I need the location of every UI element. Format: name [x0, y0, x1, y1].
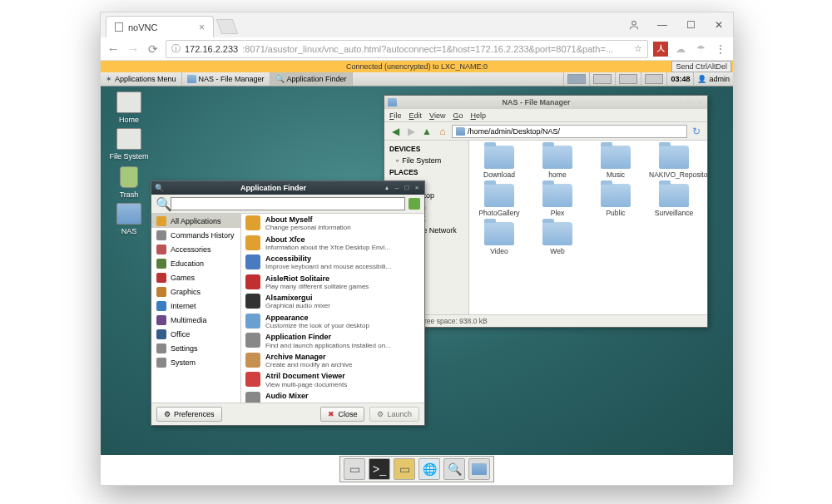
- category-item[interactable]: Games: [151, 270, 240, 284]
- close-button[interactable]: ✖Close: [320, 407, 364, 422]
- folder-item[interactable]: Surveillance: [649, 184, 699, 217]
- application-list[interactable]: About MyselfChange personal informationA…: [241, 214, 424, 403]
- dock-terminal-icon[interactable]: >_: [369, 458, 390, 480]
- category-item[interactable]: Commands History: [151, 228, 240, 242]
- category-item[interactable]: System: [151, 355, 240, 369]
- reload-icon[interactable]: ⟳: [146, 42, 161, 57]
- window-maximize-icon[interactable]: □: [686, 98, 694, 106]
- new-tab-button[interactable]: [216, 19, 239, 34]
- maximize-icon[interactable]: ☐: [676, 13, 705, 37]
- vnc-viewport: Connected (unencrypted) to LXC_NAME:0 Se…: [101, 61, 733, 485]
- desktop-icon-trash[interactable]: Trash: [106, 166, 152, 200]
- extension-umbrella-icon[interactable]: ☂: [693, 42, 708, 57]
- app-item[interactable]: About MyselfChange personal information: [241, 214, 424, 234]
- tray-workspace4[interactable]: [641, 72, 666, 86]
- folder-item[interactable]: PhotoGallery: [474, 184, 524, 217]
- folder-item[interactable]: Download: [474, 146, 524, 179]
- folder-item[interactable]: Music: [591, 146, 641, 179]
- profile-icon[interactable]: [620, 13, 648, 37]
- category-item[interactable]: Settings: [151, 341, 240, 355]
- back-icon[interactable]: ←: [106, 42, 121, 57]
- app-item[interactable]: Atril Document ViewerView multi-page doc…: [241, 370, 424, 390]
- window-minimize-icon[interactable]: –: [676, 98, 684, 106]
- app-icon: [245, 274, 260, 289]
- search-input[interactable]: [171, 197, 405, 210]
- app-item[interactable]: AccessibilityImprove keyboard and mouse …: [241, 253, 424, 273]
- app-item[interactable]: AlsamixerguiGraphical audio mixer: [241, 292, 424, 312]
- folder-item[interactable]: Plex: [532, 184, 582, 217]
- taskbar-item-filemanager[interactable]: NAS - File Manager: [182, 72, 270, 86]
- browser-menu-icon[interactable]: ⋮: [713, 42, 728, 57]
- menu-view[interactable]: View: [429, 111, 445, 120]
- menu-file[interactable]: File: [389, 111, 402, 120]
- xfce-desktop[interactable]: Home File System Trash NAS NAS - File Ma…: [101, 86, 733, 455]
- category-item[interactable]: Education: [151, 256, 240, 270]
- tray-workspace1[interactable]: [563, 72, 589, 86]
- category-item[interactable]: Multimedia: [151, 313, 240, 327]
- info-icon[interactable]: ⓘ: [171, 42, 181, 55]
- nav-back-icon[interactable]: ◀: [389, 125, 402, 138]
- folder-item[interactable]: home: [532, 146, 582, 179]
- file-manager-content[interactable]: DownloadhomeMusicNAKIVO_RepositoryPhotoG…: [469, 141, 707, 314]
- app-description: Change personal information: [265, 224, 351, 231]
- window-maximize-icon[interactable]: □: [403, 184, 411, 192]
- app-item[interactable]: Application FinderFind and launch applic…: [241, 331, 424, 351]
- tab-close-icon[interactable]: ×: [199, 22, 205, 33]
- tray-workspace3[interactable]: [615, 72, 641, 86]
- path-go-icon[interactable]: ↻: [690, 125, 703, 138]
- dock-show-desktop-icon[interactable]: ▭: [344, 458, 365, 480]
- desktop-icon-filesystem[interactable]: File System: [106, 128, 152, 161]
- dock-files-icon[interactable]: ▭: [394, 458, 415, 480]
- category-item[interactable]: Office: [151, 327, 240, 341]
- extension-ghost-icon[interactable]: ☁: [673, 42, 688, 57]
- panel-clock[interactable]: 03:48: [666, 72, 693, 86]
- app-item[interactable]: Audio Mixer: [241, 390, 424, 403]
- dock-home-icon[interactable]: [468, 458, 490, 480]
- category-label: Education: [171, 259, 204, 268]
- drive-icon: [116, 128, 141, 150]
- folder-item[interactable]: Web: [532, 222, 582, 255]
- applications-menu-button[interactable]: ✶ Applications Menu: [101, 72, 182, 86]
- window-up-icon[interactable]: ▴: [383, 184, 391, 192]
- preferences-button[interactable]: ⚙Preferences: [156, 407, 222, 422]
- folder-item[interactable]: Public: [591, 184, 641, 217]
- window-close-icon[interactable]: ×: [696, 98, 704, 106]
- menu-edit[interactable]: Edit: [409, 111, 423, 120]
- taskbar-item-appfinder[interactable]: 🔍 Application Finder: [270, 72, 353, 86]
- minimize-icon[interactable]: —: [648, 13, 676, 37]
- app-item[interactable]: AisleRiot SolitairePlay many different s…: [241, 273, 424, 293]
- address-bar[interactable]: ⓘ 172.16.2.233:8071/asustor_linux/vnc_au…: [166, 40, 648, 58]
- app-item[interactable]: Archive ManagerCreate and modify an arch…: [241, 351, 424, 371]
- menu-go[interactable]: Go: [453, 111, 463, 120]
- app-item[interactable]: About XfceInformation about the Xfce Des…: [241, 234, 424, 254]
- vnc-status-bar: Connected (unencrypted) to LXC_NAME:0 Se…: [101, 61, 733, 72]
- sidebar-item-filesystem[interactable]: ▫File System: [384, 155, 468, 166]
- browser-tab[interactable]: noVNC ×: [106, 16, 214, 37]
- window-minimize-icon[interactable]: –: [393, 184, 401, 192]
- desktop-icon-nas[interactable]: NAS: [106, 203, 152, 236]
- category-item[interactable]: Internet: [151, 299, 240, 313]
- folder-item[interactable]: Video: [474, 222, 524, 255]
- panel-user[interactable]: 👤 admin: [693, 72, 733, 86]
- close-icon[interactable]: ✕: [705, 13, 733, 37]
- nav-home-icon[interactable]: ⌂: [436, 125, 449, 138]
- send-ctrlaltdel-button[interactable]: Send CtrlAltDel: [671, 61, 731, 72]
- launch-button[interactable]: ⚙Launch: [369, 407, 419, 422]
- category-item[interactable]: All Applications: [151, 214, 240, 228]
- dock-appfinder-icon[interactable]: 🔍: [443, 458, 465, 480]
- menu-help[interactable]: Help: [470, 111, 486, 120]
- search-go-button[interactable]: [409, 198, 420, 210]
- window-close-icon[interactable]: ×: [413, 184, 421, 192]
- tray-workspace2[interactable]: [589, 72, 615, 86]
- desktop-icon-home[interactable]: Home: [106, 91, 152, 125]
- nav-up-icon[interactable]: ▲: [420, 125, 433, 138]
- bookmark-icon[interactable]: ☆: [634, 43, 642, 54]
- category-item[interactable]: Graphics: [151, 284, 240, 299]
- folder-item[interactable]: NAKIVO_Repository: [649, 146, 699, 179]
- category-label: Office: [171, 330, 190, 338]
- extension-adobe-icon[interactable]: 人: [653, 42, 668, 57]
- dock-browser-icon[interactable]: 🌐: [418, 458, 440, 480]
- category-item[interactable]: Accessories: [151, 242, 240, 256]
- path-bar[interactable]: /home/admin/Desktop/NAS/: [452, 125, 687, 138]
- app-item[interactable]: AppearanceCustomize the look of your des…: [241, 312, 424, 332]
